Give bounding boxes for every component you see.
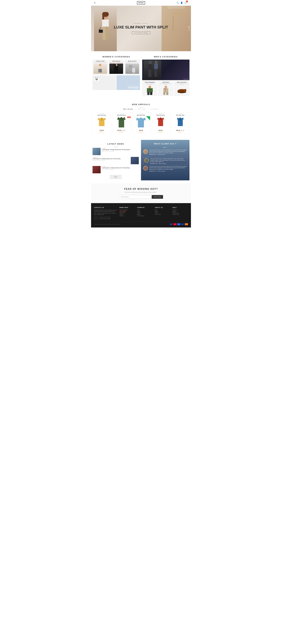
product-5[interactable]: T-SHIRTS Men shirt Gray $55.00 $33.00 ★★… (171, 112, 189, 134)
footer: CONTACT US Vivamus blandit velit at est … (91, 203, 191, 228)
footer-link-shipping[interactable]: Shipping Info (119, 212, 135, 214)
women-cat-1-image (93, 64, 107, 74)
men-cat-accessories[interactable]: Men accessories ALL ACCESSORIES FOR BOYS (174, 81, 189, 96)
tab-best-seller[interactable]: BEST SELLER (123, 108, 133, 110)
product-4-stars: ★★★★☆ (153, 131, 169, 133)
product-2[interactable]: SALE T-SHIRTS Men shirt Gray $15.00 $29.… (112, 112, 131, 134)
footer-link-store[interactable]: Store Info (173, 210, 188, 210)
footer-link-delivery[interactable]: Delivery (173, 211, 188, 212)
women-cat-3-title: All accessories (125, 60, 139, 62)
hero-subtitle: WOMEN SHIRT (114, 23, 168, 24)
social-facebook[interactable]: f (94, 217, 97, 220)
payment-amex: AX (177, 223, 180, 225)
product-2-image (114, 117, 129, 128)
svg-rect-28 (148, 64, 152, 70)
copyright: © 2016 Sini Theme. All Rights Reserved. … (94, 224, 120, 225)
view-all-button[interactable]: VIEW ALL (110, 175, 122, 179)
hero-dot-3[interactable] (189, 30, 189, 30)
tab-sep-1: / (135, 108, 136, 110)
footer-about-title: ABOUT US (155, 207, 170, 208)
payment-visa: VISA (169, 223, 173, 225)
subscribe-button[interactable]: SUBSCRIBE (152, 195, 163, 199)
product-1-category: T-SHIRTS (94, 113, 110, 114)
svg-rect-39 (150, 92, 152, 95)
footer-link-return[interactable]: Return policy (119, 211, 135, 212)
footer-link-partners[interactable]: Partners (155, 212, 170, 214)
news-item-1[interactable]: In Fashion Lorem ipsum is simply dummy t… (93, 148, 139, 155)
logo[interactable]: NITAN (137, 1, 145, 4)
hero-dot-2[interactable] (189, 28, 189, 29)
men-cat-vneck[interactable]: V Neck OEM Mens CHINA FASHION STYLISH (142, 81, 158, 96)
tab-discounts[interactable]: DISCOUNTS (151, 108, 159, 110)
svg-point-66 (180, 120, 180, 120)
newsletter-title: FEAR OF MISSING OUT? (94, 188, 188, 190)
women-cat-office[interactable]: Office fashion SALE OFF 20% FOR ALL (109, 60, 124, 75)
products-grid: T-SHIRTS Men shirt Gray $15.00 ★★★★☆ SAL… (93, 112, 189, 134)
social-googleplus[interactable]: G+ (101, 217, 103, 220)
testimonials-title: WHAT CLIENT SAY ? (143, 143, 187, 145)
newsletter-section: FEAR OF MISSING OUT? Be the first to hea… (91, 183, 191, 203)
footer-link-wholesale[interactable]: Wholesale (119, 215, 135, 216)
testimonial-text-2: Lorem ipsum dolor sit amet, consectetur … (150, 158, 186, 164)
testimonial-name-1: KOMODO ART - Web designer (149, 154, 187, 155)
product-4[interactable]: T-SHIRTS Men shirt Gray $15.00 ★★★★☆ (151, 112, 170, 134)
footer-link-contact[interactable]: Contact (155, 211, 170, 212)
footer-link-faqs[interactable]: FAQs (137, 210, 153, 210)
footer-link-furniture-cart[interactable]: Furniture Cart (173, 212, 188, 214)
hero-dot-1[interactable] (189, 26, 189, 27)
footer-link-press[interactable]: Press & more (155, 214, 170, 215)
tab-most-view[interactable]: MOST VIEW (138, 108, 146, 110)
test-dot-1[interactable] (164, 147, 164, 148)
footer-more-info-title: MORE INFO (119, 207, 135, 208)
hero-content: WOMEN SHIRT LUXE SLIM PANT WITH SPLIT DI… (114, 23, 168, 34)
men-cat-1-title: V Neck OEM Mens (143, 82, 157, 83)
shop-now-box: NITAN COLLECTION SHOP NOW (126, 86, 139, 89)
svg-rect-23 (132, 65, 132, 66)
testimonial-name-2: KOMODO ART - Web designer (150, 163, 186, 164)
men-cat-office[interactable]: Office Mens MEN BROWN SUPER SLIM (158, 81, 173, 96)
mens-cats-grid: V Neck OEM Mens CHINA FASHION STYLISH (142, 81, 190, 96)
social-twitter[interactable]: t (97, 217, 100, 220)
womens-title: WOMEN'S CATEGORIES (93, 53, 140, 60)
test-dot-3[interactable] (166, 147, 167, 148)
svg-point-65 (179, 120, 180, 120)
social-cloud[interactable]: ☁ (108, 217, 110, 220)
footer-link-bitcamp[interactable]: Bitcamp (137, 214, 153, 215)
test-dot-2[interactable] (165, 147, 166, 148)
svg-rect-25 (133, 72, 134, 74)
testimonial-quote-2: Lorem ipsum dolor sit amet, consectetur … (150, 158, 186, 162)
women-cat-tshirts[interactable]: T-Shirts & Jean SUMMER COLLECTION (93, 60, 108, 75)
footer-link-news[interactable]: News (155, 210, 170, 210)
mens-autumn-banner[interactable]: THIS SEASONS MOST WANTED AUTUMN FASHION … (142, 60, 190, 80)
news-tag-3: In Fashion (102, 166, 130, 167)
newsletter-email-input[interactable] (119, 195, 152, 199)
svg-marker-62 (159, 117, 162, 120)
user-icon[interactable]: 👤 (180, 2, 183, 4)
menu-icon[interactable]: ≡ (94, 2, 95, 4)
product-1[interactable]: T-SHIRTS Men shirt Gray $15.00 ★★★★☆ (93, 112, 111, 134)
footer-link-articles[interactable]: Articles (137, 212, 153, 214)
women-bottom-grid: BIG SALE 50 % off NITAN COLLECTION SHOP … (93, 75, 140, 90)
footer-link-careers[interactable]: Careers (119, 214, 135, 215)
product-2-category: T-SHIRTS (114, 113, 129, 114)
logo-text: NITAN (139, 2, 144, 4)
discovery-button[interactable]: DISCOVERY MORE (132, 32, 150, 34)
social-linkedin[interactable]: in (104, 217, 107, 220)
testimonial-name-3: KOMODO ART - Web designer (149, 171, 187, 172)
women-shop-now[interactable]: NITAN COLLECTION SHOP NOW Static Banner (116, 75, 140, 90)
women-big-sale[interactable]: BIG SALE 50 % off (93, 75, 116, 90)
header: ≡ NITAN 🔍 👤 🛒 11 (91, 0, 191, 6)
footer-link-furniture-guide[interactable]: Furniture Guide (173, 214, 188, 215)
testimonial-quote-1: Lorem ipsum dolor sit amet, consectetur … (149, 149, 187, 154)
news-item-3[interactable]: In Fashion Lorem ipsum is simply dummy t… (93, 166, 139, 173)
womens-categories: WOMEN'S CATEGORIES T-Shirts & Jean SUMME… (93, 53, 140, 96)
women-cat-accessories[interactable]: All accessories AUTUMN SET FOR YOU (125, 60, 140, 75)
svg-rect-43 (164, 88, 166, 89)
footer-link-privacy[interactable]: Privacy (137, 211, 153, 212)
footer-link-terms[interactable]: Terms & conditions (119, 210, 135, 210)
search-icon[interactable]: 🔍 (176, 2, 179, 4)
footer-link-secure[interactable]: Secure Shopping (137, 215, 153, 216)
news-item-2[interactable]: In Fashion Lorem ipsum is simply dummy t… (93, 157, 139, 164)
big-sale-off: % off (96, 80, 97, 82)
product-3[interactable]: T-SHIRTS Men shirt Gray $15.00 ★★★★☆ (132, 112, 150, 134)
